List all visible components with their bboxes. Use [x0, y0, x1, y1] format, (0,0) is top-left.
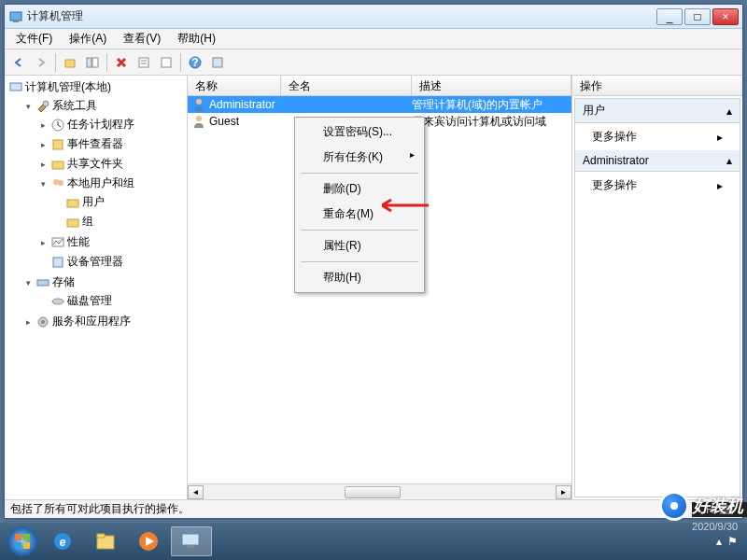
tray-arrow-icon[interactable]: ▴ [716, 535, 722, 548]
tree-local-users-groups[interactable]: ▾本地用户和组 [36, 175, 185, 192]
col-name[interactable]: 名称 [188, 76, 281, 95]
svg-point-30 [7, 526, 37, 556]
ctx-separator [301, 173, 418, 174]
users-icon [50, 176, 65, 191]
back-button[interactable] [8, 52, 29, 73]
tree-root[interactable]: 计算机管理(本地) [7, 78, 185, 96]
window-title: 计算机管理 [27, 8, 656, 24]
panel-button[interactable] [82, 52, 103, 73]
tree-device-manager[interactable]: 设备管理器 [36, 253, 185, 271]
titlebar[interactable]: 计算机管理 _ □ × [5, 5, 742, 29]
actions-section-users[interactable]: 用户▴ [575, 99, 740, 123]
menu-view[interactable]: 查看(V) [116, 29, 168, 49]
svg-text:?: ? [191, 56, 198, 69]
ctx-all-tasks[interactable]: 所有任务(K) [297, 145, 422, 170]
taskbar-media[interactable] [128, 526, 169, 556]
brand-logo-icon [659, 491, 689, 521]
svg-rect-40 [182, 534, 199, 545]
tree-storage[interactable]: ▾存储 [21, 273, 185, 291]
taskbar: e ▴ ⚑ [0, 523, 747, 560]
actions-pane: 操作 用户▴ 更多操作▸ Administrator▴ 更多操作▸ [572, 76, 742, 499]
tree-shared-folders[interactable]: ▸共享文件夹 [36, 155, 185, 173]
svg-rect-23 [37, 280, 49, 286]
ctx-separator [301, 230, 418, 231]
properties-button[interactable] [134, 52, 154, 73]
horizontal-scrollbar[interactable]: ◄ ► [188, 483, 571, 499]
share-icon [50, 157, 65, 172]
taskbar-ie[interactable]: e [42, 526, 83, 556]
app-window: 计算机管理 _ □ × 文件(F) 操作(A) 查看(V) 帮助(H) ? [4, 4, 743, 519]
svg-rect-4 [92, 58, 98, 67]
ctx-properties[interactable]: 属性(R) [297, 233, 422, 259]
menu-file[interactable]: 文件(F) [8, 29, 60, 49]
statusbar: 包括了所有可对此项目执行的操作。 [5, 499, 742, 518]
collapse-icon[interactable]: ▴ [726, 105, 732, 118]
tree-event-viewer[interactable]: ▸事件查看器 [36, 135, 185, 153]
svg-rect-22 [53, 258, 63, 267]
extra-button[interactable] [207, 52, 228, 73]
ctx-set-password[interactable]: 设置密码(S)... [297, 119, 422, 145]
svg-point-17 [53, 179, 59, 185]
scroll-thumb[interactable] [345, 486, 401, 498]
toolbar: ? [5, 49, 742, 76]
actions-more-1[interactable]: 更多操作▸ [575, 123, 740, 150]
expand-icon[interactable]: ▸ [38, 237, 49, 247]
svg-rect-0 [10, 12, 21, 21]
actions-section-admin[interactable]: Administrator▴ [575, 150, 740, 172]
tree-task-scheduler[interactable]: ▸任务计划程序 [36, 116, 185, 133]
taskbar-compmgmt[interactable] [171, 526, 212, 556]
svg-rect-19 [67, 200, 78, 207]
tree-groups[interactable]: 组 [51, 213, 185, 231]
ctx-help[interactable]: 帮助(H) [297, 265, 422, 290]
forward-button[interactable] [31, 52, 51, 73]
tree-users[interactable]: 用户 [51, 193, 185, 211]
col-fullname[interactable]: 全名 [281, 76, 412, 95]
help-button[interactable]: ? [185, 52, 205, 73]
svg-rect-12 [10, 83, 21, 91]
actions-header: 操作 [572, 76, 742, 96]
tree-performance[interactable]: ▸性能 [36, 233, 185, 251]
annotation-arrow [382, 198, 429, 216]
refresh-button[interactable] [156, 52, 176, 73]
svg-rect-5 [139, 58, 148, 67]
svg-point-27 [196, 99, 202, 105]
expand-icon[interactable]: ▸ [38, 159, 49, 169]
svg-point-26 [41, 320, 45, 324]
up-button[interactable] [60, 52, 80, 73]
menu-action[interactable]: 操作(A) [62, 29, 114, 49]
tree-system-tools[interactable]: ▾ 系统工具 [21, 97, 185, 115]
brand-text: 好装机 [693, 495, 743, 517]
collapse-icon[interactable]: ▾ [38, 178, 49, 189]
tray-flag-icon[interactable]: ⚑ [727, 535, 738, 548]
expand-icon[interactable]: ▸ [38, 119, 49, 130]
expand-icon[interactable]: ▸ [38, 139, 49, 149]
tree-services-apps[interactable]: ▸服务和应用程序 [21, 313, 185, 330]
start-button[interactable] [4, 523, 41, 560]
user-icon [191, 97, 206, 112]
collapse-icon[interactable]: ▾ [23, 101, 34, 111]
collapse-icon[interactable]: ▾ [23, 277, 34, 287]
disk-icon [50, 294, 65, 309]
scroll-left-button[interactable]: ◄ [188, 485, 204, 499]
tree-disk-mgmt[interactable]: 磁盘管理 [36, 292, 185, 310]
device-icon [50, 255, 65, 270]
collapse-icon[interactable]: ▴ [726, 154, 732, 167]
svg-rect-8 [162, 58, 171, 67]
user-icon [191, 114, 206, 129]
maximize-button[interactable]: □ [684, 8, 711, 25]
actions-more-2[interactable]: 更多操作▸ [575, 172, 740, 199]
svg-rect-2 [65, 60, 75, 67]
tools-icon [35, 99, 50, 114]
user-row[interactable]: Administrator 管理计算机(域)的内置帐户 [188, 96, 571, 113]
delete-button[interactable] [111, 52, 132, 73]
svg-rect-38 [97, 534, 105, 538]
close-button[interactable]: × [712, 8, 739, 25]
expand-icon[interactable]: ▸ [23, 316, 34, 327]
scroll-right-button[interactable]: ► [556, 485, 571, 499]
taskbar-explorer[interactable] [85, 526, 126, 556]
minimize-button[interactable]: _ [656, 8, 683, 25]
menubar: 文件(F) 操作(A) 查看(V) 帮助(H) [5, 29, 742, 49]
menu-help[interactable]: 帮助(H) [170, 29, 223, 49]
col-desc[interactable]: 描述 [412, 76, 571, 95]
system-tray[interactable]: ▴ ⚑ [716, 535, 743, 548]
